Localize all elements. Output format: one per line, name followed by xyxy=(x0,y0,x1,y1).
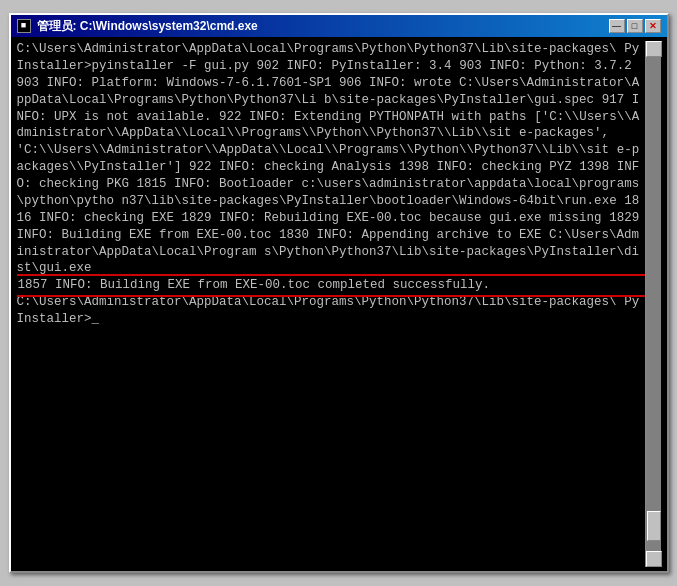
console-area: C:\Users\Administrator\AppData\Local\Pro… xyxy=(11,37,667,571)
console-line: 903 INFO: Platform: Windows-7-6.1.7601-S… xyxy=(17,76,332,90)
scroll-up-button[interactable]: ▲ xyxy=(646,41,662,57)
console-line: e-packages', xyxy=(519,126,609,140)
console-line: 1857 INFO: Building EXE from EXE-00.toc … xyxy=(17,277,645,294)
console-line: 902 INFO: PyInstaller: 3.4 xyxy=(257,59,452,73)
console-line: 1829 INFO: Rebuilding EXE-00.toc because… xyxy=(182,211,602,225)
console-line: b\site-packages\PyInstaller\gui.spec xyxy=(324,93,594,107)
maximize-button[interactable]: □ xyxy=(627,19,643,33)
console-content: C:\Users\Administrator\AppData\Local\Pro… xyxy=(17,41,645,567)
console-line: 922 INFO: Extending PYTHONPATH with path… xyxy=(219,110,527,124)
window-title: 管理员: C:\Windows\system32\cmd.exe xyxy=(37,18,258,35)
scroll-down-button[interactable]: ▼ xyxy=(646,551,662,567)
minimize-button[interactable]: — xyxy=(609,19,625,33)
console-line: 1398 INFO: checking PYZ xyxy=(399,160,572,174)
console-line: C:\Users\Administrator\AppData\Local\Pro… xyxy=(17,295,617,309)
scrollbar-thumb[interactable] xyxy=(647,511,661,541)
title-bar-left: ■ 管理员: C:\Windows\system32\cmd.exe xyxy=(17,18,258,35)
scrollbar-track[interactable] xyxy=(646,57,661,551)
title-buttons: — □ ✕ xyxy=(609,19,661,33)
console-line: 903 INFO: Python: 3.7.2 xyxy=(459,59,632,73)
console-line: 922 INFO: checking Analysis xyxy=(189,160,392,174)
cmd-window: ■ 管理员: C:\Windows\system32\cmd.exe — □ ✕… xyxy=(9,13,669,573)
title-bar: ■ 管理员: C:\Windows\system32\cmd.exe — □ ✕ xyxy=(11,15,667,37)
window-icon: ■ xyxy=(17,19,31,33)
console-line: n37\lib\site-packages\PyInstaller\bootlo… xyxy=(122,194,617,208)
console-line: C:\Users\Administrator\AppData\Local\Pro… xyxy=(17,42,617,56)
close-button[interactable]: ✕ xyxy=(645,19,661,33)
scrollbar[interactable]: ▲ ▼ xyxy=(645,41,661,567)
